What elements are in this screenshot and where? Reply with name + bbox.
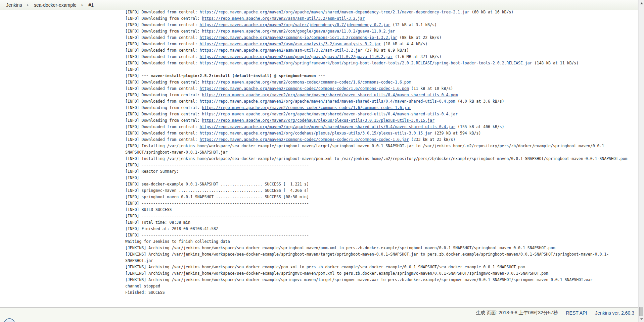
console-line: [INFO] springboot-maven 0.0.1-SNAPSHOT .… bbox=[125, 194, 635, 200]
console-line: [INFO] ---------------------------------… bbox=[125, 232, 635, 238]
console-line: [INFO] BUILD SUCCESS bbox=[125, 207, 635, 213]
console-link[interactable]: https://repo.maven.apache.org/maven2/com… bbox=[200, 137, 409, 142]
arrow-up-icon bbox=[640, 2, 643, 4]
console-link[interactable]: https://repo.maven.apache.org/maven2/org… bbox=[200, 10, 469, 14]
rest-api-link[interactable]: REST API bbox=[566, 310, 587, 316]
console-line: [INFO] ---------------------------------… bbox=[125, 200, 635, 207]
console-line: [JENKINS] Archiving /var/jenkins_home/wo… bbox=[125, 270, 635, 277]
console-line: [JENKINS] Archiving /var/jenkins_home/wo… bbox=[125, 277, 635, 283]
console-line: [INFO] Downloading from central: https:/… bbox=[125, 105, 635, 111]
breadcrumb-item-job[interactable]: sea-docker-example bbox=[34, 2, 77, 8]
console-line: [INFO] Downloaded from central: https://… bbox=[125, 22, 635, 28]
console-line: [INFO] springmvc-maven .................… bbox=[125, 187, 635, 194]
console-line: [INFO] Finished at: 2018-06-08T08:41:58Z bbox=[125, 226, 635, 232]
breadcrumb-item-jenkins[interactable]: Jenkins bbox=[6, 2, 22, 8]
page-generated-text: 生成 页面: 2018-6-8 上午08时32分57秒 bbox=[476, 310, 558, 316]
console-line: [INFO] sea-docker-example 0.0.1-SNAPSHOT… bbox=[125, 181, 635, 187]
console-line: [INFO] Downloading from central: https:/… bbox=[125, 15, 635, 22]
console-link[interactable]: https://repo.maven.apache.org/maven2/com… bbox=[202, 105, 411, 110]
console-line: [INFO] bbox=[125, 66, 635, 73]
console-line: [JENKINS] Archiving /var/jenkins_home/wo… bbox=[125, 251, 635, 264]
scroll-up-button[interactable] bbox=[639, 1, 644, 6]
console-line: [INFO] Downloaded from central: https://… bbox=[125, 86, 635, 92]
console-line: [INFO] Downloaded from central: https://… bbox=[125, 35, 635, 41]
console-line: [INFO] --- maven-install-plugin:2.5.2:in… bbox=[125, 73, 635, 79]
console-line: [INFO] Downloading from central: https:/… bbox=[125, 28, 635, 35]
console-line: [INFO] Downloading from central: https:/… bbox=[125, 117, 635, 124]
console-link[interactable]: https://repo.maven.apache.org/maven2/com… bbox=[202, 29, 395, 34]
console-line: [JENKINS] Archiving /var/jenkins_home/wo… bbox=[125, 245, 635, 251]
console-link[interactable]: https://repo.maven.apache.org/maven2/com… bbox=[200, 54, 393, 59]
console-link[interactable]: https://repo.maven.apache.org/maven2/asm… bbox=[202, 16, 365, 21]
console-link[interactable]: https://repo.maven.apache.org/maven2/com… bbox=[200, 35, 398, 40]
console-line: [INFO] Reactor Summary: bbox=[125, 168, 635, 175]
console-line: [INFO] Downloaded from central: https://… bbox=[125, 41, 635, 47]
console-output: [INFO] Downloaded from central: https://… bbox=[125, 9, 635, 296]
console-line: [INFO] Downloading from central: https:/… bbox=[125, 111, 635, 117]
console-line: [INFO] Total time: 08:38 min bbox=[125, 219, 635, 226]
chevron-right-icon: ▸ bbox=[27, 3, 29, 7]
console-line: [INFO] Downloading from central: https:/… bbox=[125, 79, 635, 86]
console-line: [INFO] Downloaded from central: https://… bbox=[125, 60, 635, 66]
console-link[interactable]: https://repo.maven.apache.org/maven2/com… bbox=[202, 80, 411, 85]
console-link[interactable]: https://repo.maven.apache.org/maven2/org… bbox=[202, 93, 458, 97]
console-link[interactable]: https://repo.maven.apache.org/maven2/org… bbox=[200, 124, 456, 129]
console-link[interactable]: https://repo.maven.apache.org/maven2/org… bbox=[200, 131, 432, 136]
breadcrumb: Jenkins ▸ sea-docker-example ▸ #1 bbox=[0, 0, 638, 10]
console-link[interactable]: https://repo.maven.apache.org/maven2/org… bbox=[200, 22, 390, 27]
console-line: [INFO] Downloaded from central: https://… bbox=[125, 9, 635, 15]
jenkins-version-link[interactable]: Jenkins ver. 2.60.3 bbox=[595, 310, 634, 316]
balloon-icon bbox=[4, 318, 15, 322]
scrollbar-thumb[interactable] bbox=[639, 307, 643, 316]
console-link[interactable]: https://repo.maven.apache.org/maven2/org… bbox=[200, 61, 532, 65]
console-link[interactable]: https://repo.maven.apache.org/maven2/org… bbox=[202, 112, 458, 116]
console-link[interactable]: https://repo.maven.apache.org/maven2/asm… bbox=[200, 48, 363, 53]
console-line: [INFO] ---------------------------------… bbox=[125, 162, 635, 168]
console-line: Finished: SUCCESS bbox=[125, 289, 635, 296]
console-line: [INFO] Downloaded from central: https://… bbox=[125, 130, 635, 137]
scroll-down-button[interactable] bbox=[639, 317, 644, 322]
console-line: [INFO] Installing /var/jenkins_home/work… bbox=[125, 156, 635, 162]
console-line: [INFO] Downloaded from central: https://… bbox=[125, 98, 635, 105]
console-link[interactable]: https://repo.maven.apache.org/maven2/org… bbox=[200, 99, 456, 104]
console-line: [JENKINS] Archiving /var/jenkins_home/wo… bbox=[125, 264, 635, 270]
console-line: [INFO] Downloaded from central: https://… bbox=[125, 124, 635, 130]
console-line: [INFO] ---------------------------------… bbox=[125, 213, 635, 219]
console-line: Waiting for Jenkins to finish collecting… bbox=[125, 238, 635, 245]
vertical-scrollbar[interactable] bbox=[638, 0, 644, 322]
breadcrumb-item-build[interactable]: #1 bbox=[88, 2, 94, 8]
console-link[interactable]: https://repo.maven.apache.org/maven2/com… bbox=[200, 86, 409, 91]
console-line: [INFO] Installing /var/jenkins_home/work… bbox=[125, 143, 635, 156]
console-line: [INFO] bbox=[125, 175, 635, 181]
console-link[interactable]: https://repo.maven.apache.org/maven2/asm… bbox=[200, 42, 381, 46]
footer: 生成 页面: 2018-6-8 上午08时32分57秒 REST API Jen… bbox=[0, 307, 638, 322]
chevron-right-icon: ▸ bbox=[82, 3, 84, 7]
console-line: [INFO] Downloaded from central: https://… bbox=[125, 47, 635, 54]
console-link[interactable]: https://repo.maven.apache.org/maven2/org… bbox=[202, 118, 434, 123]
arrow-down-icon bbox=[640, 318, 643, 320]
console-line: [INFO] Downloaded from central: https://… bbox=[125, 54, 635, 60]
console-line: [INFO] Downloading from central: https:/… bbox=[125, 92, 635, 98]
console-line: channel stopped bbox=[125, 283, 635, 289]
console-line: [INFO] Downloaded from central: https://… bbox=[125, 137, 635, 143]
